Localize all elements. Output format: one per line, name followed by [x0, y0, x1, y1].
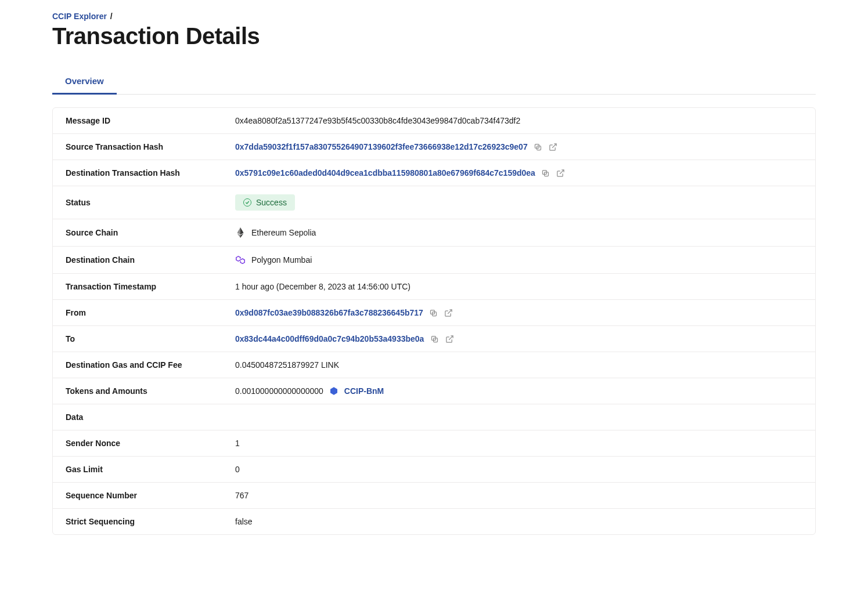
label-timestamp: Transaction Timestamp — [66, 282, 235, 291]
svg-marker-12 — [330, 387, 337, 394]
link-source-tx-hash[interactable]: 0x7dda59032f1f157a830755264907139602f3fe… — [235, 142, 528, 151]
svg-line-11 — [449, 335, 453, 339]
row-message-id: Message ID 0x4ea8080f2a51377247e93b5f45c… — [53, 108, 815, 134]
dest-chain-name: Polygon Mumbai — [251, 255, 312, 265]
row-to: To 0x83dc44a4c00dff69d0a0c7c94b20b53a493… — [53, 326, 815, 352]
row-gas-limit: Gas Limit 0 — [53, 457, 815, 483]
breadcrumb-root-link[interactable]: CCIP Explorer — [52, 12, 107, 21]
copy-icon[interactable] — [430, 334, 439, 343]
value-gas-fee: 0.04500487251879927 LINK — [235, 360, 802, 370]
status-text: Success — [256, 198, 287, 207]
svg-line-5 — [560, 169, 564, 173]
row-data: Data — [53, 404, 815, 430]
tabs: Overview — [52, 70, 816, 95]
label-dest-chain: Destination Chain — [66, 255, 235, 265]
token-icon — [329, 386, 338, 396]
value-strict-sequencing: false — [235, 517, 802, 526]
token-link[interactable]: CCIP-BnM — [344, 386, 384, 396]
row-gas-fee: Destination Gas and CCIP Fee 0.045004872… — [53, 352, 815, 378]
link-from-address[interactable]: 0x9d087fc03ae39b088326b67fa3c788236645b7… — [235, 308, 423, 317]
copy-icon[interactable] — [541, 168, 550, 178]
label-to: To — [66, 334, 235, 343]
external-link-icon[interactable] — [549, 142, 558, 151]
row-sender-nonce: Sender Nonce 1 — [53, 430, 815, 457]
row-sequence-number: Sequence Number 767 — [53, 483, 815, 509]
value-sender-nonce: 1 — [235, 439, 802, 448]
external-link-icon[interactable] — [556, 168, 566, 178]
value-gas-limit: 0 — [235, 465, 802, 474]
source-chain-name: Ethereum Sepolia — [251, 228, 316, 237]
label-from: From — [66, 308, 235, 317]
label-sequence-number: Sequence Number — [66, 491, 235, 500]
link-dest-tx-hash[interactable]: 0x5791c09e1c60aded0d404d9cea1cdbba115980… — [235, 168, 535, 178]
breadcrumb: CCIP Explorer / — [52, 12, 816, 21]
label-tokens: Tokens and Amounts — [66, 386, 235, 396]
page-title: Transaction Details — [52, 23, 816, 49]
external-link-icon[interactable] — [444, 308, 453, 317]
label-gas-fee: Destination Gas and CCIP Fee — [66, 360, 235, 370]
label-strict-sequencing: Strict Sequencing — [66, 517, 235, 526]
label-source-tx-hash: Source Transaction Hash — [66, 142, 235, 151]
label-status: Status — [66, 198, 235, 207]
value-sequence-number: 767 — [235, 491, 802, 500]
label-gas-limit: Gas Limit — [66, 465, 235, 474]
link-to-address[interactable]: 0x83dc44a4c00dff69d0a0c7c94b20b53a4933be… — [235, 334, 424, 343]
label-data: Data — [66, 412, 235, 422]
row-from: From 0x9d087fc03ae39b088326b67fa3c788236… — [53, 300, 815, 326]
value-timestamp: 1 hour ago (December 8, 2023 at 14:56:00… — [235, 282, 802, 291]
details-panel: Message ID 0x4ea8080f2a51377247e93b5f45c… — [52, 107, 816, 535]
token-amount: 0.001000000000000000 — [235, 386, 323, 396]
copy-icon[interactable] — [534, 142, 543, 151]
external-link-icon[interactable] — [445, 334, 454, 343]
row-strict-sequencing: Strict Sequencing false — [53, 509, 815, 534]
status-badge: Success — [235, 194, 295, 211]
label-source-chain: Source Chain — [66, 228, 235, 237]
svg-line-2 — [552, 143, 556, 147]
row-dest-chain: Destination Chain Polygon Mumbai — [53, 247, 815, 274]
row-tokens: Tokens and Amounts 0.001000000000000000 … — [53, 378, 815, 404]
row-source-tx-hash: Source Transaction Hash 0x7dda59032f1f15… — [53, 134, 815, 160]
value-message-id: 0x4ea8080f2a51377247e93b5f45c00330b8c4fd… — [235, 116, 802, 125]
row-timestamp: Transaction Timestamp 1 hour ago (Decemb… — [53, 274, 815, 300]
copy-icon[interactable] — [429, 308, 438, 317]
breadcrumb-sep: / — [110, 12, 113, 21]
success-check-icon — [243, 198, 251, 207]
tab-overview[interactable]: Overview — [52, 70, 117, 95]
row-status: Status Success — [53, 186, 815, 219]
ethereum-icon — [235, 227, 246, 238]
label-dest-tx-hash: Destination Transaction Hash — [66, 168, 235, 178]
polygon-icon — [235, 255, 246, 265]
row-dest-tx-hash: Destination Transaction Hash 0x5791c09e1… — [53, 160, 815, 186]
row-source-chain: Source Chain Ethereum Sepolia — [53, 219, 815, 247]
label-message-id: Message ID — [66, 116, 235, 125]
label-sender-nonce: Sender Nonce — [66, 439, 235, 448]
svg-line-8 — [448, 309, 452, 313]
